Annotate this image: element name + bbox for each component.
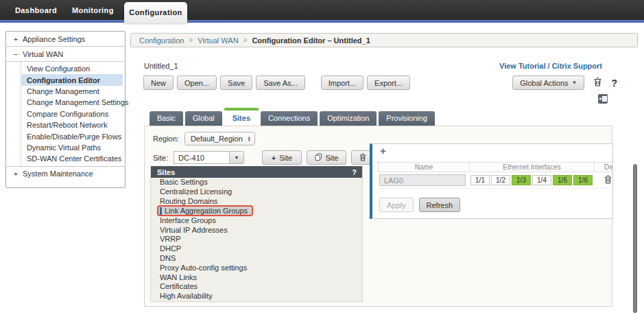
sidebar-item-restart-reboot-network[interactable]: Restart/Reboot Network — [21, 119, 123, 130]
column-header-ethernet-interfaces: Ethernet Interfaces — [469, 162, 594, 172]
add-lag-button[interactable]: + — [380, 145, 386, 156]
sidebar-group-label: System Maintenance — [23, 170, 93, 178]
new-button[interactable]: New — [143, 76, 174, 90]
lag-editor-panel: + Name Ethernet Interfaces Delete LAG0 1… — [370, 143, 613, 219]
sidebar-item-dynamic-virtual-paths[interactable]: Dynamic Virtual Paths — [21, 142, 123, 153]
interface-toggle-1-3[interactable]: 1/3 — [512, 175, 531, 185]
global-actions-cluster: Global Actions ▼ ? — [512, 76, 617, 90]
tab-global[interactable]: Global — [185, 111, 222, 126]
interface-toggle-1-1[interactable]: 1/1 — [470, 175, 490, 185]
help-icon[interactable]: ? — [352, 168, 357, 176]
sidebar-item-view-configuration[interactable]: View Configuration — [21, 63, 123, 74]
apply-button[interactable]: Apply — [379, 198, 414, 212]
selection-bar — [160, 207, 162, 215]
expand-icon: + — [13, 35, 19, 43]
sites-item-dhcp[interactable]: DHCP — [151, 244, 362, 254]
interface-toggle-1-5[interactable]: 1/5 — [553, 175, 572, 185]
sites-item-centralized-licensing[interactable]: Centralized Licensing — [151, 187, 362, 197]
sidebar-item-sdwan-center-certificates[interactable]: SD-WAN Center Certificates — [21, 153, 123, 164]
sites-tab-panel: Region: Default_Region ▲▼ Site: DC-410 ▼… — [144, 126, 612, 307]
delete-row-cell — [593, 175, 613, 185]
tab-sites[interactable]: Sites — [224, 108, 259, 126]
sites-item-certificates[interactable]: Certificates — [151, 282, 362, 292]
tab-optimization[interactable]: Optimization — [320, 111, 377, 126]
sidebar-item-configuration-editor[interactable]: Configuration Editor — [21, 74, 123, 85]
sites-item-link-aggregation-groups[interactable]: Link Aggregation Groups — [157, 205, 253, 216]
nav-tab-dashboard[interactable]: Dashboard — [15, 0, 57, 21]
site-dropdown-button[interactable]: ▼ — [229, 151, 244, 164]
sidebar-group-system-maintenance[interactable]: + System Maintenance — [6, 166, 125, 181]
sites-item-routing-domains[interactable]: Routing Domains — [151, 197, 362, 207]
file-toolbar: New Open... Save Save As... Import... Ex… — [143, 76, 410, 90]
nav-tab-configuration[interactable]: Configuration — [124, 2, 187, 23]
sidebar-item-change-management[interactable]: Change Management — [21, 86, 123, 97]
trash-icon[interactable] — [593, 77, 602, 89]
site-label: Site: — [153, 154, 168, 162]
sites-item-high-availability[interactable]: High Availability — [151, 292, 362, 301]
tutorial-support-link[interactable]: View Tutorial / Citrix Support — [499, 62, 602, 70]
sites-item-label: Link Aggregation Groups — [165, 207, 248, 215]
sites-item-dns[interactable]: DNS — [151, 254, 362, 264]
save-as-button[interactable]: Save As... — [256, 76, 305, 90]
add-site-button[interactable]: + Site — [262, 150, 302, 165]
sites-list-title: Sites — [157, 168, 175, 176]
clone-site-button[interactable]: Site — [307, 150, 346, 165]
lag-table: Name Ethernet Interfaces Delete LAG0 1/1… — [378, 162, 613, 189]
sites-item-basic-settings[interactable]: Basic Settings — [151, 178, 362, 187]
tab-basic[interactable]: Basic — [150, 111, 183, 126]
sidebar-group-appliance-settings[interactable]: + Appliance Settings — [6, 32, 125, 47]
toolbar-spacer — [309, 76, 318, 90]
collapse-icon: − — [13, 50, 19, 58]
copy-icon — [315, 153, 322, 163]
sites-item-wan-links[interactable]: WAN Links — [151, 273, 362, 283]
refresh-button[interactable]: Refresh — [419, 198, 461, 212]
trash-icon[interactable] — [604, 175, 612, 185]
interface-toggle-1-2[interactable]: 1/2 — [491, 175, 510, 185]
editor-tabs: Basic Global Sites Connections Optimizat… — [150, 108, 435, 126]
collapse-panel-icon[interactable] — [598, 94, 608, 105]
sidebar-group-label: Virtual WAN — [23, 50, 63, 58]
sidebar-group-label: Appliance Settings — [23, 35, 85, 43]
lag-table-header: Name Ethernet Interfaces Delete — [378, 162, 613, 172]
site-row: Site: DC-410 ▼ + Site Site Site — [153, 150, 391, 165]
global-actions-label: Global Actions — [520, 79, 568, 87]
breadcrumb-link-virtual-wan[interactable]: Virtual WAN — [198, 36, 238, 45]
lag-name-input[interactable]: LAG0 — [379, 174, 466, 186]
region-select[interactable]: Default_Region ▲▼ — [184, 132, 255, 146]
tab-provisioning[interactable]: Provisioning — [379, 111, 435, 126]
region-row: Region: Default_Region ▲▼ — [153, 132, 255, 146]
plus-icon: + — [272, 154, 276, 162]
sidebar: + Appliance Settings − Virtual WAN View … — [5, 31, 126, 188]
site-combobox-input[interactable]: DC-410 — [174, 151, 230, 164]
tab-connections[interactable]: Connections — [261, 111, 318, 126]
breadcrumb: Configuration > Virtual WAN > Configurat… — [130, 33, 638, 47]
sidebar-item-compare-configurations[interactable]: Compare Configurations — [21, 108, 123, 119]
sidebar-group-virtual-wan[interactable]: − Virtual WAN — [6, 47, 125, 62]
global-actions-dropdown[interactable]: Global Actions ▼ — [512, 76, 584, 90]
nav-tab-monitoring[interactable]: Monitoring — [72, 0, 114, 21]
interface-toggle-1-4[interactable]: 1/4 — [532, 175, 551, 185]
vertical-scrollbar[interactable] — [633, 164, 637, 313]
open-button[interactable]: Open... — [177, 76, 217, 90]
column-header-name: Name — [379, 163, 469, 171]
help-icon[interactable]: ? — [611, 78, 617, 89]
sidebar-item-change-management-settings[interactable]: Change Management Settings — [21, 97, 123, 108]
expand-icon: + — [13, 170, 19, 178]
interface-toggle-1-6[interactable]: 1/6 — [573, 175, 593, 185]
chevron-down-icon: ▼ — [572, 80, 577, 86]
sites-item-virtual-ip-addresses[interactable]: Virtual IP Addresses — [151, 226, 362, 235]
sites-section-list: Sites ? Basic Settings Centralized Licen… — [150, 166, 363, 302]
breadcrumb-current: Configuration Editor – Untitled_1 — [252, 36, 370, 45]
sites-item-vrrp[interactable]: VRRP — [151, 235, 362, 244]
config-name-label: Untitled_1 — [144, 62, 178, 70]
save-button[interactable]: Save — [220, 76, 252, 90]
sidebar-virtual-wan-items: View Configuration Configuration Editor … — [21, 62, 125, 166]
column-header-delete: Delete — [594, 162, 613, 172]
import-button[interactable]: Import... — [321, 76, 363, 90]
sidebar-item-enable-disable-purge-flows[interactable]: Enable/Disable/Purge Flows — [21, 130, 123, 141]
breadcrumb-link-configuration[interactable]: Configuration — [139, 36, 184, 45]
clone-site-label: Site — [326, 154, 339, 162]
sites-item-proxy-autoconfig[interactable]: Proxy Auto-config settings — [151, 264, 362, 273]
export-button[interactable]: Export... — [367, 76, 410, 90]
sites-item-interface-groups[interactable]: Interface Groups — [151, 216, 362, 226]
